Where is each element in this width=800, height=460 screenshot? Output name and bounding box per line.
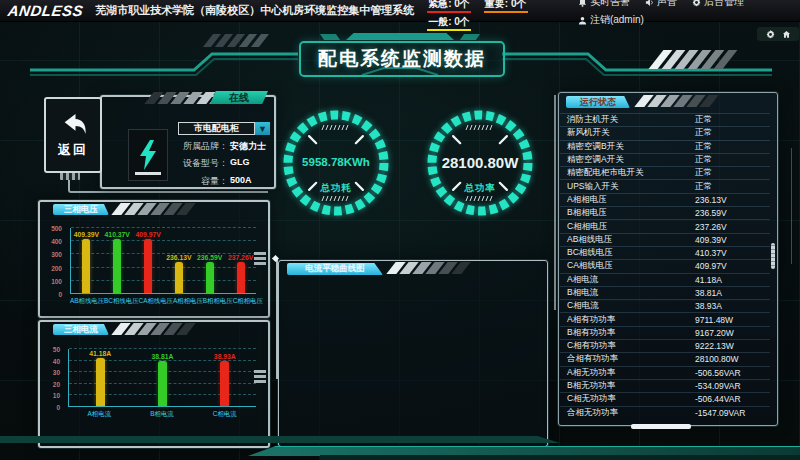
- banner-arrow-left: [320, 34, 340, 40]
- status-table-row: UPS输入开关正常: [560, 179, 770, 192]
- panel-deco-slashes: [639, 95, 717, 107]
- speaker-icon: [645, 0, 654, 7]
- status-table-row: B相相电压236.59V: [560, 206, 770, 219]
- page-title-banner: 配电系统监测数据: [299, 41, 505, 77]
- hazard-stripes-left: [208, 34, 268, 47]
- corner-gear-icon[interactable]: [766, 30, 775, 39]
- banner-top-bar: [346, 33, 454, 40]
- panel-tab-status: 运行状态: [566, 96, 630, 108]
- current-curve-panel: 电流平稳曲线图: [278, 260, 548, 447]
- device-fields: 所属品牌：安德力士设备型号：GLG容量：500A: [178, 140, 270, 188]
- status-table-row: A相相电压236.13V: [560, 193, 770, 206]
- bar-value-label: 409.97V: [135, 231, 160, 238]
- back-button-label: 返回: [58, 141, 88, 159]
- dashboard-screen: ANDLESS 芜湖市职业技术学院（南陵校区）中心机房环境监控集中管理系统 紧急…: [0, 0, 800, 460]
- device-field: 容量：500A: [178, 175, 270, 188]
- total-power-gauge: 28100.80W 总功率: [421, 104, 539, 222]
- status-table-row: A相电流41.18A: [560, 273, 770, 286]
- bar-value-label: 409.39V: [74, 231, 99, 238]
- back-arrow-icon: [58, 111, 88, 137]
- status-table-row: CA相线电压409.97V: [560, 259, 770, 272]
- bar-column: 38.81A: [131, 349, 193, 406]
- total-consumption-gauge: 5958.78KWh 总功耗: [277, 104, 395, 222]
- status-table: 消防主机开关正常新风机开关正常精密空调B开关正常精密空调A开关正常精密配电柜市电…: [560, 113, 770, 419]
- cabinet-selector-value[interactable]: 市电配电柜: [178, 122, 255, 135]
- y-axis-tick: 50: [53, 346, 60, 353]
- gauge-value: 5958.78KWh: [302, 156, 370, 168]
- status-table-row: B相电流38.81A: [560, 286, 770, 299]
- gauge-value: 28100.80W: [442, 154, 520, 171]
- status-table-row: A相无功功率-506.56VAR: [560, 366, 770, 379]
- device-field: 设备型号：GLG: [178, 157, 270, 170]
- device-field: 所属品牌：安德力士: [178, 140, 270, 153]
- alert-counter-1[interactable]: 紧急: 0个: [427, 0, 471, 13]
- gauge-label: 总功耗: [319, 182, 352, 193]
- y-axis-tick: 500: [51, 225, 62, 232]
- status-table-row: AB相线电压409.39V: [560, 233, 770, 246]
- bar-column: 410.37V: [102, 228, 133, 293]
- bar-column: 237.26V: [225, 228, 256, 293]
- x-axis-label: B相电流: [131, 410, 194, 419]
- menu-user[interactable]: 注销(admin): [578, 13, 644, 27]
- bar: [144, 239, 152, 293]
- user-icon: [578, 16, 587, 25]
- status-table-row: 合相有功功率28100.80W: [560, 352, 770, 365]
- bar-value-label: 236.13V: [166, 254, 191, 261]
- alert-counter-3[interactable]: 一般: 0个: [427, 15, 471, 31]
- y-axis-tick: 300: [51, 251, 62, 258]
- power-icon-box: [128, 129, 168, 181]
- alert-counters: 紧急: 0个重要: 0个一般: 0个: [414, 0, 563, 29]
- x-axis-label: C相相电压: [233, 297, 263, 306]
- status-table-row: C相电流38.93A: [560, 299, 770, 312]
- status-table-row: C相无功功率-506.44VAR: [560, 392, 770, 405]
- horizontal-scrollbar[interactable]: [631, 424, 691, 429]
- y-axis-tick: 100: [51, 278, 62, 285]
- bell-icon: [578, 0, 587, 7]
- bottom-stripe-shadow: [320, 455, 800, 460]
- bar: [220, 361, 229, 406]
- bar: [158, 361, 167, 406]
- status-table-row: C相相电压237.26V: [560, 219, 770, 232]
- alert-counter-2[interactable]: 重要: 0个: [484, 0, 528, 13]
- bar-column: 409.39V: [71, 228, 102, 293]
- menu-speaker[interactable]: 声音: [645, 0, 677, 9]
- bar: [175, 262, 183, 293]
- chevron-down-icon[interactable]: ▼: [255, 122, 270, 135]
- gauge-label: 总功率: [463, 182, 496, 193]
- panel-deco-slashes: [391, 262, 469, 274]
- menu-bell[interactable]: 实时告警: [578, 0, 630, 9]
- bar-column: 409.97V: [133, 228, 164, 293]
- bar: [113, 239, 121, 293]
- bar-column: 236.13V: [163, 228, 194, 293]
- hazard-stripes-right: [656, 50, 734, 69]
- bar-value-label: 237.26V: [228, 254, 253, 261]
- brand-logo: ANDLESS: [7, 2, 85, 19]
- panel-deco-slashes: [116, 323, 194, 335]
- panel-tab-voltage: 三相电压: [53, 204, 109, 215]
- panel-connector: [254, 252, 266, 265]
- x-axis-label: B相相电压: [203, 297, 233, 306]
- right-edge-line: [791, 148, 792, 264]
- panel-tab-curve: 电流平稳曲线图: [287, 263, 383, 275]
- corner-home-icon[interactable]: [782, 30, 791, 39]
- gear-icon: [692, 0, 701, 7]
- bar: [237, 262, 245, 293]
- status-table-row: BC相线电压410.37V: [560, 246, 770, 259]
- status-table-row: 消防主机开关正常: [560, 113, 770, 126]
- x-axis-label: A相电流: [68, 410, 131, 419]
- bar-column: 41.18A: [69, 349, 131, 406]
- vertical-scrollbar[interactable]: [771, 243, 775, 269]
- menu-gear[interactable]: 后台管理: [692, 0, 744, 9]
- status-table-row: B相无功功率-534.09VAR: [560, 379, 770, 392]
- current-chart-panel: 三相电流 01020304050 41.18A38.81A38.93A A相电流…: [38, 320, 270, 448]
- status-table-row: C相有功功率9222.13W: [560, 339, 770, 352]
- status-table-row: A相有功功率9711.48W: [560, 312, 770, 325]
- corner-actions: [757, 27, 799, 41]
- y-axis-tick: 0: [56, 404, 60, 411]
- bar: [82, 239, 90, 293]
- y-axis-tick: 40: [53, 358, 60, 365]
- status-table-row: 新风机开关正常: [560, 126, 770, 139]
- cabinet-selector[interactable]: 市电配电柜 ▼: [178, 122, 270, 135]
- status-panel: 运行状态 消防主机开关正常新风机开关正常精密空调B开关正常精密空调A开关正常精密…: [558, 92, 778, 426]
- back-button[interactable]: 返回: [44, 97, 102, 173]
